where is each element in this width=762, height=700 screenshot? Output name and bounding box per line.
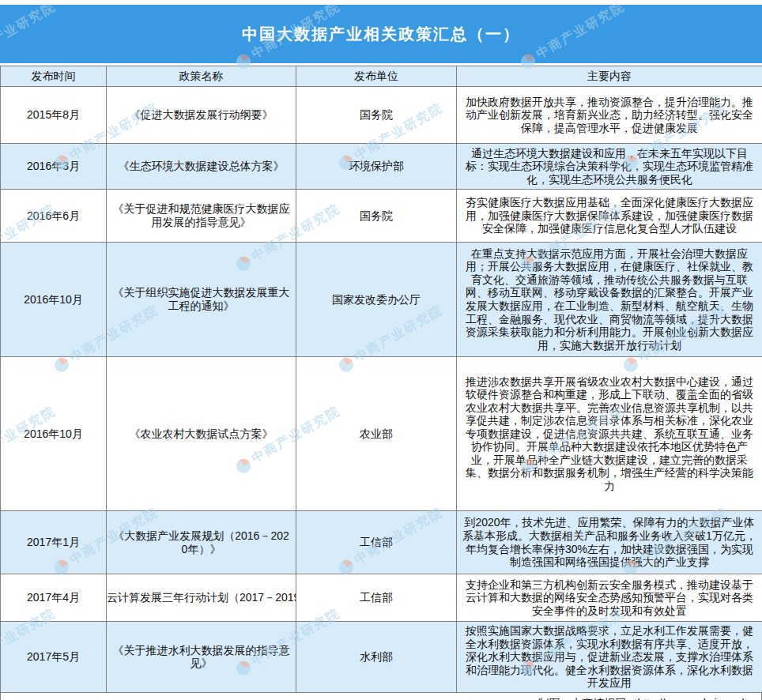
cell-org: 工信部 (296, 511, 457, 574)
title-bar: 中国大数据产业相关政策汇总（一） (0, 5, 762, 63)
footer: 制图：中商情报网（http://www.askci.com/） (0, 693, 762, 700)
cell-content: 按照实施国家大数据战略要求，立足水利工作发展需要，健全水利数据资源体系，实现水利… (457, 622, 762, 693)
column-header-policy-name: 政策名称 (107, 66, 296, 87)
cell-time: 2017年4月 (1, 574, 107, 622)
table-row: 2016年6月《关于促进和规范健康医疗大数据应用发展的指导意见》国务院夯实健康医… (1, 190, 762, 243)
cell-policy-name: 《关于推进水利大数据发展的指导意见》 (107, 622, 296, 693)
cell-policy-name: 《促进大数据发展行动纲要》 (107, 87, 296, 144)
table-row: 2015年8月《促进大数据发展行动纲要》国务院加快政府数据开放共享，推动资源整合… (1, 87, 762, 144)
cell-content: 推进涉农数据共享开展省级农业农村大数据中心建设，通过软硬件资源整合和构重建，形成… (457, 357, 762, 511)
policy-table: 发布时间 政策名称 发布单位 主要内容 2015年8月《促进大数据发展行动纲要》… (0, 66, 762, 693)
cell-time: 2016年3月 (1, 144, 107, 190)
page-title: 中国大数据产业相关政策汇总（一） (242, 24, 520, 45)
table-row: 2016年10月《关于组织实施促进大数据发展重大工程的通知》国家发改委办公厅在重… (1, 243, 762, 357)
cell-org: 工信部 (296, 574, 457, 622)
cell-time: 2017年5月 (1, 622, 107, 693)
cell-content: 加快政府数据开放共享，推动资源整合，提升治理能力。推动产业创新发展，培育新兴业态… (457, 87, 762, 144)
cell-policy-name: 云计算发展三年行动计划（2017－2019年 (107, 574, 296, 622)
cell-time: 2017年1月 (1, 511, 107, 574)
cell-content: 通过生态环境大数据建设和应用，在未来五年实现以下目标：实现生态环境综合决策科学化… (457, 144, 762, 190)
column-header-time: 发布时间 (1, 66, 107, 87)
cell-policy-name: 《大数据产业发展规划（2016－2020年）》 (107, 511, 296, 574)
cell-time: 2016年10月 (1, 357, 107, 511)
cell-org: 环境保护部 (296, 144, 457, 190)
cell-org: 国家发改委办公厅 (296, 243, 457, 357)
cell-policy-name: 《农业农村大数据试点方案》 (107, 357, 296, 511)
cell-time: 2016年6月 (1, 190, 107, 243)
cell-policy-name: 《生态环境大数据建设总体方案》 (107, 144, 296, 190)
cell-time: 2015年8月 (1, 87, 107, 144)
cell-org: 国务院 (296, 190, 457, 243)
cell-time: 2016年10月 (1, 243, 107, 357)
cell-org: 国务院 (296, 87, 457, 144)
table-row: 2017年1月《大数据产业发展规划（2016－2020年）》工信部到2020年，… (1, 511, 762, 574)
cell-policy-name: 《关于促进和规范健康医疗大数据应用发展的指导意见》 (107, 190, 296, 243)
column-header-content: 主要内容 (457, 66, 762, 87)
table-header-row: 发布时间 政策名称 发布单位 主要内容 (1, 66, 762, 87)
table-row: 2017年5月《关于推进水利大数据发展的指导意见》水利部按照实施国家大数据战略要… (1, 622, 762, 693)
cell-content: 在重点支持大数据示范应用方面，开展社会治理大数据应用；开展公共服务大数据应用，在… (457, 243, 762, 357)
cell-org: 水利部 (296, 622, 457, 693)
table-frame: 发布时间 政策名称 发布单位 主要内容 2015年8月《促进大数据发展行动纲要》… (0, 66, 762, 700)
table-row: 2016年3月《生态环境大数据建设总体方案》环境保护部通过生态环境大数据建设和应… (1, 144, 762, 190)
column-header-org: 发布单位 (296, 66, 457, 87)
policy-summary-page: 中国大数据产业相关政策汇总（一） 发布时间 政策名称 发布单位 主要内容 201… (0, 5, 762, 700)
cell-org: 农业部 (296, 357, 457, 511)
cell-content: 支持企业和第三方机构创新云安全服务模式，推动建设基于云计算和大数据的网络安全态势… (457, 574, 762, 622)
credit-text: 制图：中商情报网（http://www.askci.com/） (538, 697, 755, 700)
table-row: 2017年4月云计算发展三年行动计划（2017－2019年工信部支持企业和第三方… (1, 574, 762, 622)
cell-content: 夯实健康医疗大数据应用基础，全面深化健康医疗大数据应用，加强健康医疗大数据保障体… (457, 190, 762, 243)
cell-content: 到2020年，技术先进、应用繁荣、保障有力的大数据产业体系基本形成。大数据相关产… (457, 511, 762, 574)
table-row: 2016年10月《农业农村大数据试点方案》农业部推进涉农数据共享开展省级农业农村… (1, 357, 762, 511)
cell-policy-name: 《关于组织实施促进大数据发展重大工程的通知》 (107, 243, 296, 357)
